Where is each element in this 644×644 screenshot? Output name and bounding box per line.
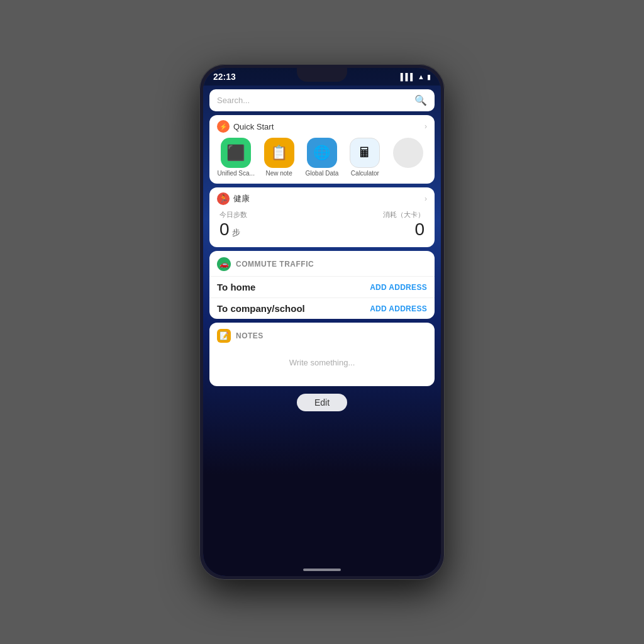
calories-stat: 消耗（大卡） 0: [383, 210, 425, 240]
health-header: 🏃 健康 ›: [209, 187, 435, 208]
quick-start-title: Quick Start: [233, 122, 274, 131]
commute-row-company: To company/school ADD ADDRESS: [209, 297, 435, 319]
health-title: 健康: [233, 193, 250, 204]
quick-start-apps: ⬛ Unified Sca... 📋 New note 🌐: [209, 135, 435, 184]
phone-frame: 22:13 ▌▌▌ ▲ ▮ Search... 🔍 ⚡: [199, 64, 445, 580]
quick-start-left: ⚡ Quick Start: [217, 120, 274, 133]
notes-icon: 📝: [217, 329, 231, 343]
app-item-note[interactable]: 📋 New note: [260, 138, 298, 177]
quick-start-icon: ⚡: [217, 120, 230, 133]
status-icons: ▌▌▌ ▲ ▮: [401, 73, 431, 81]
edit-button-wrap: Edit: [209, 390, 435, 413]
notes-header: 📝 NOTES: [209, 323, 435, 345]
app-item-global[interactable]: 🌐 Global Data: [303, 138, 341, 177]
calories-label: 消耗（大卡）: [383, 210, 425, 219]
commute-row-home: To home ADD ADDRESS: [209, 276, 435, 297]
calc-label: Calculator: [346, 170, 384, 177]
app-item-calc[interactable]: 🖩 Calculator: [346, 138, 384, 177]
notes-card: 📝 NOTES Write something...: [209, 323, 435, 386]
status-time: 22:13: [213, 72, 236, 82]
commute-title: COMMUTE TRAFFIC: [236, 260, 314, 269]
steps-label: 今日步数: [219, 210, 247, 219]
health-icon: 🏃: [217, 192, 230, 205]
scan-label: Unified Sca...: [217, 170, 255, 177]
note-icon: 📋: [264, 138, 294, 168]
notes-title: NOTES: [236, 331, 264, 340]
calc-icon: 🖩: [350, 138, 380, 168]
health-left: 🏃 健康: [217, 192, 250, 205]
global-icon: 🌐: [307, 138, 337, 168]
home-indicator[interactable]: [303, 569, 341, 571]
home-destination: To home: [217, 282, 255, 292]
search-placeholder: Search...: [217, 96, 250, 105]
calories-value: 0: [383, 219, 425, 240]
health-stats: 今日步数 0 步 消耗（大卡） 0: [209, 208, 435, 247]
edit-button[interactable]: Edit: [297, 394, 347, 411]
quick-start-header: ⚡ Quick Start ›: [209, 115, 435, 135]
add-home-address-button[interactable]: ADD ADDRESS: [370, 283, 427, 292]
content-area: Search... 🔍 ⚡ Quick Start ›: [203, 86, 441, 576]
steps-stat: 今日步数 0 步: [219, 210, 247, 240]
note-label: New note: [260, 170, 298, 177]
signal-icon: ▌▌▌: [401, 73, 415, 80]
wifi-icon: ▲: [418, 73, 425, 80]
commute-card: 🚗 COMMUTE TRAFFIC To home ADD ADDRESS To…: [209, 251, 435, 319]
battery-icon: ▮: [427, 73, 431, 81]
commute-icon: 🚗: [217, 257, 231, 271]
steps-unit: 步: [232, 228, 240, 237]
app-item-empty[interactable]: [389, 138, 427, 177]
add-company-address-button[interactable]: ADD ADDRESS: [370, 304, 427, 313]
company-destination: To company/school: [217, 303, 305, 314]
health-chevron: ›: [425, 194, 427, 203]
health-card: 🏃 健康 › 今日步数 0 步 消耗（大卡） 0: [209, 187, 435, 247]
quick-start-chevron: ›: [425, 122, 427, 131]
commute-header: 🚗 COMMUTE TRAFFIC: [209, 251, 435, 276]
phone-screen: 22:13 ▌▌▌ ▲ ▮ Search... 🔍 ⚡: [203, 68, 441, 576]
steps-value: 0: [219, 219, 230, 239]
global-label: Global Data: [303, 170, 341, 177]
notes-placeholder-text[interactable]: Write something...: [209, 345, 435, 386]
notch: [297, 68, 347, 82]
app-item-scan[interactable]: ⬛ Unified Sca...: [217, 138, 255, 177]
scan-icon: ⬛: [221, 138, 251, 168]
quick-start-card: ⚡ Quick Start › ⬛ Unified Sca...: [209, 115, 435, 184]
search-bar[interactable]: Search... 🔍: [209, 89, 435, 111]
empty-slot-icon: [393, 138, 423, 168]
search-icon[interactable]: 🔍: [414, 94, 427, 106]
